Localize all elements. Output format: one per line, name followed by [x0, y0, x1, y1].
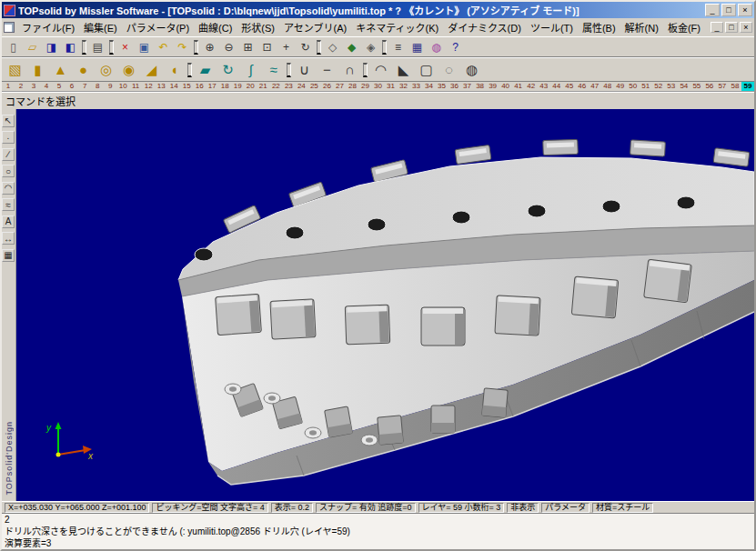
mdi-restore-button[interactable]: □	[725, 22, 738, 33]
arc-icon[interactable]: ◠	[2, 182, 15, 195]
hidden-line-view-icon[interactable]: ◈	[361, 38, 380, 55]
grid-icon[interactable]: ▦	[2, 249, 15, 262]
sweep-icon[interactable]: ∫	[239, 59, 262, 80]
layers-icon[interactable]: ≡	[388, 38, 408, 55]
layer-number[interactable]: 45	[563, 82, 576, 91]
point-icon[interactable]: ∙	[2, 131, 15, 144]
maximize-button[interactable]: □	[721, 4, 736, 16]
menu-item[interactable]: 曲線(C)	[194, 18, 237, 36]
layer-number[interactable]: 18	[218, 82, 231, 91]
layer-number[interactable]: 31	[384, 82, 397, 91]
shaded-view-icon[interactable]: ◆	[342, 38, 361, 55]
layer-number[interactable]: 38	[474, 82, 487, 91]
layer-number[interactable]: 54	[678, 82, 690, 91]
layer-number[interactable]: 14	[167, 82, 180, 91]
layer-number[interactable]: 52	[652, 82, 665, 91]
layer-number[interactable]: 20	[244, 82, 257, 91]
cylinder-primitive-icon[interactable]: ▮	[26, 59, 49, 80]
copy-icon[interactable]: ▣	[135, 38, 154, 55]
sphere-primitive-icon[interactable]: ●	[72, 59, 95, 80]
calculator-icon[interactable]: ▦	[408, 38, 427, 55]
layer-number[interactable]: 28	[346, 82, 358, 91]
layer-number[interactable]: 16	[193, 82, 206, 91]
layer-number[interactable]: 55	[690, 82, 703, 91]
layer-number[interactable]: 32	[397, 82, 409, 91]
subtract-icon[interactable]: −	[316, 59, 338, 80]
redo-icon[interactable]: ↷	[173, 38, 192, 55]
layer-number[interactable]: 34	[423, 82, 436, 91]
layer-number[interactable]: 49	[614, 82, 627, 91]
union-icon[interactable]: ∪	[293, 59, 316, 80]
layer-number[interactable]: 35	[436, 82, 449, 91]
dome-primitive-icon[interactable]: ◖	[163, 59, 186, 80]
cut-icon[interactable]: ×	[116, 38, 135, 55]
shell-icon[interactable]: ▢	[415, 59, 438, 80]
wireframe-view-icon[interactable]: ◇	[323, 38, 342, 55]
layer-number[interactable]: 46	[576, 82, 589, 91]
viewport[interactable]: y x	[16, 109, 754, 501]
layer-number[interactable]: 7	[78, 82, 91, 91]
menu-item[interactable]: キネマティック(K)	[351, 18, 443, 36]
layer-number[interactable]: 57	[716, 82, 729, 91]
layer-number[interactable]: 26	[320, 82, 333, 91]
close-button[interactable]: ×	[738, 4, 752, 16]
layer-number[interactable]: 4	[40, 82, 53, 91]
drill-hole-icon[interactable]: ◌	[438, 59, 460, 80]
layer-number[interactable]: 9	[104, 82, 116, 91]
title-bar[interactable]: TOPsolid by Missler Software - [TOPsolid…	[2, 2, 754, 18]
loft-icon[interactable]: ≈	[262, 59, 285, 80]
text-icon[interactable]: A	[2, 215, 15, 228]
layer-number[interactable]: 48	[601, 82, 614, 91]
layer-number[interactable]: 11	[129, 82, 142, 91]
layer-number[interactable]: 5	[53, 82, 66, 91]
menu-item[interactable]: 編集(E)	[79, 18, 122, 36]
layer-number[interactable]: 41	[512, 82, 525, 91]
minimize-button[interactable]: _	[705, 4, 720, 16]
torus-primitive-icon[interactable]: ◎	[95, 59, 117, 80]
layer-number[interactable]: 12	[142, 82, 155, 91]
intersect-icon[interactable]: ∩	[338, 59, 361, 80]
menu-item[interactable]: ツール(T)	[526, 18, 578, 36]
zoom-out-icon[interactable]: ⊖	[219, 38, 238, 55]
layer-number[interactable]: 43	[538, 82, 550, 91]
fillet-icon[interactable]: ◠	[369, 59, 392, 80]
curve-icon[interactable]: ≈	[2, 198, 15, 211]
undo-icon[interactable]: ↶	[154, 38, 173, 55]
chamfer-icon[interactable]: ◣	[392, 59, 415, 80]
layer-number[interactable]: 53	[665, 82, 678, 91]
thread-icon[interactable]: ◍	[460, 59, 483, 80]
layer-number[interactable]: 44	[550, 82, 563, 91]
menu-item[interactable]: 属性(B)	[578, 18, 620, 36]
tube-primitive-icon[interactable]: ◉	[117, 59, 140, 80]
new-document-icon[interactable]: ▯	[4, 38, 23, 55]
layer-number[interactable]: 21	[257, 82, 269, 91]
layer-number[interactable]: 15	[180, 82, 193, 91]
layer-number[interactable]: 2	[15, 82, 27, 91]
zoom-fit-icon[interactable]: ⊡	[257, 38, 277, 55]
layer-number[interactable]: 50	[627, 82, 640, 91]
revolve-icon[interactable]: ↻	[217, 59, 239, 80]
layer-number[interactable]: 37	[461, 82, 474, 91]
layer-number[interactable]: 33	[410, 82, 423, 91]
menu-item[interactable]: 解析(N)	[620, 18, 663, 36]
palette-icon[interactable]: ◍	[427, 38, 446, 55]
menu-item[interactable]: パラメータ(P)	[122, 18, 194, 36]
menu-item[interactable]: 形状(S)	[237, 18, 279, 36]
layer-number[interactable]: 56	[703, 82, 716, 91]
mdi-close-button[interactable]: ×	[740, 22, 752, 33]
layer-number[interactable]: 42	[525, 82, 538, 91]
extrude-icon[interactable]: ▰	[194, 59, 217, 80]
wedge-primitive-icon[interactable]: ◢	[140, 59, 163, 80]
zoom-window-icon[interactable]: ⊞	[238, 38, 257, 55]
layer-number[interactable]: 40	[499, 82, 512, 91]
layer-number[interactable]: 6	[66, 82, 78, 91]
cone-primitive-icon[interactable]: ▲	[49, 59, 72, 80]
menu-item[interactable]: ダイナミクス(D)	[443, 18, 526, 36]
box-primitive-icon[interactable]: ▧	[4, 59, 26, 80]
save-all-icon[interactable]: ◧	[61, 38, 80, 55]
layer-number[interactable]: 19	[231, 82, 244, 91]
document-icon[interactable]	[4, 22, 15, 33]
layer-number[interactable]: 30	[371, 82, 384, 91]
layer-number[interactable]: 59	[741, 82, 754, 91]
menu-item[interactable]: 板金(F)	[663, 18, 705, 36]
